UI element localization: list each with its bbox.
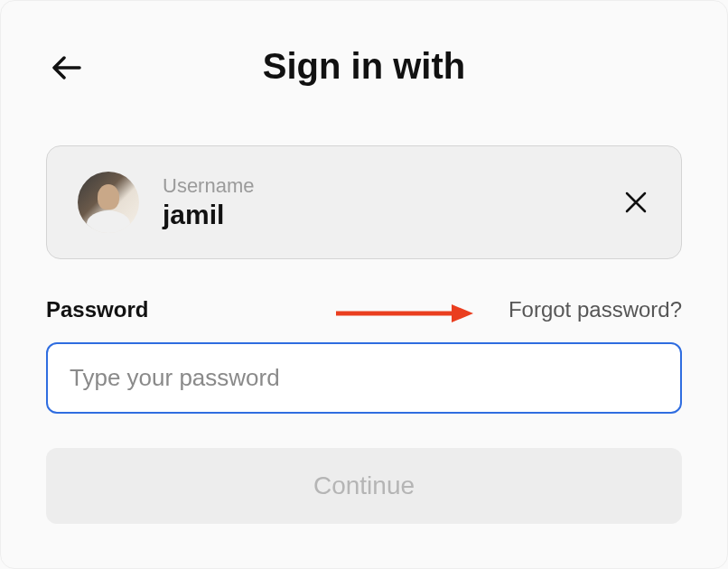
forgot-password-link[interactable]: Forgot password? bbox=[509, 297, 682, 322]
password-label: Password bbox=[46, 297, 148, 322]
page-title: Sign in with bbox=[51, 46, 677, 87]
content: Username jamil Password Forgot password?… bbox=[1, 145, 727, 524]
password-header: Password Forgot password? bbox=[46, 297, 682, 322]
username-value: jamil bbox=[163, 200, 598, 230]
continue-button[interactable]: Continue bbox=[46, 448, 682, 524]
close-icon bbox=[624, 191, 648, 214]
arrow-right-annotation-icon bbox=[336, 304, 473, 322]
clear-username-button[interactable] bbox=[621, 188, 650, 217]
arrow-left-icon bbox=[52, 56, 81, 79]
username-label: Username bbox=[163, 174, 598, 198]
username-card: Username jamil bbox=[46, 145, 682, 259]
back-button[interactable] bbox=[51, 51, 83, 84]
username-info: Username jamil bbox=[163, 174, 598, 230]
avatar bbox=[78, 172, 139, 233]
svg-marker-1 bbox=[452, 304, 473, 322]
header: Sign in with bbox=[1, 1, 727, 87]
password-input[interactable] bbox=[46, 342, 682, 414]
